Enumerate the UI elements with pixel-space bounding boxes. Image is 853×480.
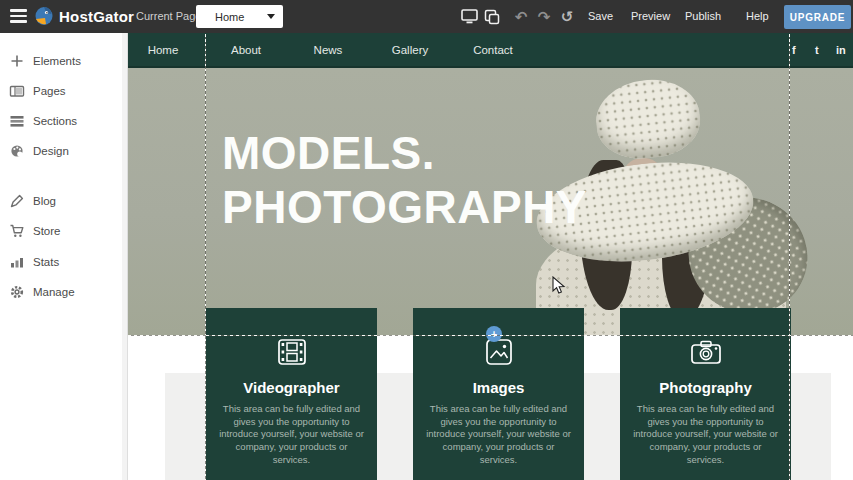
- twitter-icon[interactable]: t: [815, 33, 819, 68]
- page-select-dropdown[interactable]: Home: [196, 5, 283, 28]
- linkedin-icon[interactable]: in: [836, 33, 846, 68]
- camera-icon: [689, 337, 723, 367]
- desktop-view-icon[interactable]: [458, 0, 480, 33]
- help-button[interactable]: Help: [746, 0, 769, 33]
- hero-title-line1: MODELS.: [222, 126, 587, 180]
- sidebar-item-store[interactable]: Store: [0, 216, 127, 246]
- card-body: This area can be fully edited and gives …: [219, 403, 364, 466]
- editor-sidebar: Elements Pages Sections Design: [0, 33, 128, 480]
- plus-icon: [9, 53, 25, 69]
- facebook-icon[interactable]: f: [792, 33, 796, 68]
- publish-button[interactable]: Publish: [685, 0, 721, 33]
- site-nav-contact[interactable]: Contact: [458, 33, 528, 68]
- sidebar-scrollbar[interactable]: [122, 33, 127, 480]
- hero-section[interactable]: MODELS. PHOTOGRAPHY: [128, 68, 853, 335]
- site-navbar: Home About News Gallery Contact f t in: [128, 33, 853, 68]
- add-image-icon: [483, 337, 515, 367]
- hero-title[interactable]: MODELS. PHOTOGRAPHY: [222, 126, 587, 234]
- mobile-view-icon[interactable]: [481, 0, 503, 33]
- upgrade-button[interactable]: UPGRADE: [784, 5, 851, 29]
- selection-dashed-border-left: [205, 34, 206, 480]
- builder-window: HostGator Current Page: Home ↶ ↷ ↺ Save: [0, 0, 853, 480]
- pencil-icon: [9, 193, 25, 209]
- top-toolbar: HostGator Current Page: Home ↶ ↷ ↺ Save: [0, 0, 853, 33]
- page-icon: [9, 83, 25, 99]
- brand-name: HostGator: [59, 5, 134, 28]
- sidebar-item-elements[interactable]: Elements: [0, 46, 127, 76]
- sun-hat-crown: [592, 75, 704, 163]
- mouse-cursor: [552, 276, 566, 295]
- section-dashed-divider: [128, 335, 853, 336]
- selection-dashed-border-right: [789, 34, 790, 480]
- current-page-label: Current Page:: [136, 0, 204, 33]
- film-icon: [276, 337, 308, 367]
- hostgator-logo: HostGator: [33, 5, 134, 28]
- sidebar-item-stats[interactable]: Stats: [0, 247, 127, 277]
- sidebar-item-sections[interactable]: Sections: [0, 106, 127, 136]
- feature-card-videographer[interactable]: Videographer This area can be fully edit…: [206, 308, 377, 480]
- sidebar-item-blog[interactable]: Blog: [0, 186, 127, 216]
- gator-mascot-icon: [33, 5, 55, 28]
- preview-button[interactable]: Preview: [631, 0, 670, 33]
- card-title: Images: [413, 379, 584, 396]
- sidebar-item-pages[interactable]: Pages: [0, 76, 127, 106]
- card-title: Photography: [620, 379, 791, 396]
- bar-chart-icon: [9, 254, 25, 270]
- hamburger-icon[interactable]: [10, 9, 27, 23]
- palette-icon: [9, 143, 25, 159]
- site-nav-home[interactable]: Home: [128, 33, 198, 68]
- sidebar-item-design[interactable]: Design: [0, 136, 127, 166]
- gear-icon: [9, 284, 25, 300]
- sections-icon: [9, 113, 25, 129]
- add-image-badge[interactable]: +: [486, 326, 502, 342]
- site-nav-news[interactable]: News: [293, 33, 363, 68]
- card-title: Videographer: [206, 379, 377, 396]
- undo-icon[interactable]: ↶: [510, 0, 532, 33]
- card-body: This area can be fully edited and gives …: [633, 403, 778, 466]
- site-nav-about[interactable]: About: [211, 33, 281, 68]
- chevron-down-icon: [267, 14, 275, 19]
- feature-card-photography[interactable]: Photography This area can be fully edite…: [620, 308, 791, 480]
- save-button[interactable]: Save: [588, 0, 613, 33]
- history-icon[interactable]: ↺: [556, 0, 578, 33]
- site-nav-gallery[interactable]: Gallery: [375, 33, 445, 68]
- sidebar-item-manage[interactable]: Manage: [0, 277, 127, 307]
- hero-title-line2: PHOTOGRAPHY: [222, 180, 587, 234]
- page-select-value: Home: [215, 11, 267, 23]
- cart-icon: [9, 223, 25, 239]
- card-body: This area can be fully edited and gives …: [426, 403, 571, 466]
- redo-icon[interactable]: ↷: [533, 0, 555, 33]
